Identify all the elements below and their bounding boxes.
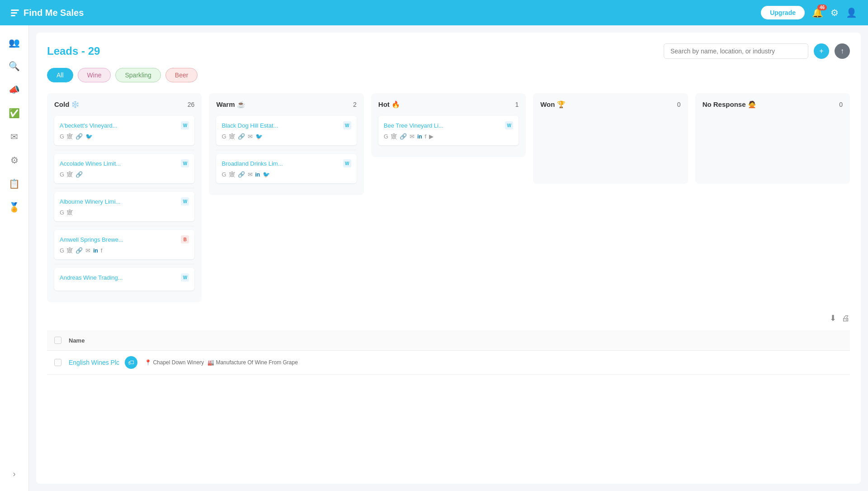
sidebar-item-mail[interactable]: ✉ (5, 127, 24, 147)
google-icon[interactable]: G (60, 247, 64, 254)
sidebar-item-search[interactable]: 🔍 (5, 56, 24, 76)
card-icons: G 🕸 🔗 (60, 171, 189, 178)
link-icon[interactable]: 🔗 (75, 133, 83, 140)
linkedin-icon[interactable]: in (255, 172, 260, 178)
sidebar-item-users[interactable]: 👥 (5, 33, 24, 52)
kanban-header-warm: Warm ☕ 2 (216, 100, 356, 109)
filter-pill-all[interactable]: All (47, 68, 73, 82)
google-icon[interactable]: G (60, 171, 64, 178)
table-header: Name (47, 330, 850, 351)
kanban-card: Accolade Wines Limit... W G 🕸 🔗 (54, 154, 194, 183)
web-icon[interactable]: 🕸 (67, 209, 73, 216)
filter-pill-wine[interactable]: Wine (78, 68, 111, 82)
web-icon[interactable]: 🕸 (67, 171, 73, 178)
profile-button[interactable]: 👤 (846, 7, 857, 18)
print-button[interactable]: 🖨 (842, 313, 850, 323)
kanban-card: Amwell Springs Brewe... B G 🕸 🔗 ✉ in f (54, 230, 194, 259)
email-icon[interactable]: ✉ (410, 133, 415, 140)
notification-button[interactable]: 🔔 46 (812, 7, 823, 18)
row-checkbox[interactable] (54, 359, 61, 366)
add-button[interactable]: + (814, 43, 829, 59)
card-title-row: Broadland Drinks Lim... W (222, 159, 351, 167)
web-icon[interactable]: 🕸 (391, 133, 397, 140)
header-actions: + ↑ (664, 43, 850, 59)
filter-pill-beer[interactable]: Beer (165, 68, 198, 82)
linkedin-icon[interactable]: in (417, 133, 422, 140)
kanban-board: Cold ❄️ 26 A'beckett's Vineyard... W G 🕸… (47, 93, 850, 302)
email-icon[interactable]: ✉ (248, 171, 253, 178)
card-name[interactable]: Amwell Springs Brewe... (60, 236, 178, 243)
kanban-header-hot: Hot 🔥 1 (378, 100, 519, 109)
page-title: Leads - 29 (47, 45, 100, 57)
web-icon[interactable]: 🕸 (67, 247, 73, 254)
card-name[interactable]: Albourne Winery Limi... (60, 198, 178, 205)
download-button[interactable]: ⬇ (830, 313, 836, 323)
facebook-icon[interactable]: f (101, 247, 103, 254)
card-name[interactable]: A'beckett's Vineyard... (60, 122, 178, 129)
twitter-icon[interactable]: 🐦 (85, 133, 93, 140)
kanban-column-won: Won 🏆 0 (533, 93, 688, 184)
upload-button[interactable]: ↑ (835, 43, 850, 59)
upgrade-button[interactable]: Upgrade (761, 6, 805, 19)
google-icon[interactable]: G (60, 133, 64, 140)
app-name: Find Me Sales (24, 8, 84, 18)
card-title-row: Black Dog Hill Estat... W (222, 121, 351, 129)
card-tag: W (181, 159, 189, 167)
kanban-count-cold: 26 (188, 101, 195, 108)
settings-button[interactable]: ⚙ (830, 7, 839, 18)
kanban-column-no-response: No Response 🙅 0 (695, 93, 850, 184)
kanban-column-cold: Cold ❄️ 26 A'beckett's Vineyard... W G 🕸… (47, 93, 202, 302)
navbar: Find Me Sales Upgrade 🔔 46 ⚙ 👤 (0, 0, 868, 25)
navbar-right: Upgrade 🔔 46 ⚙ 👤 (761, 6, 857, 19)
kanban-count-won: 0 (677, 101, 681, 108)
card-tag: B (181, 235, 189, 243)
table-actions: ⬇ 🖨 (47, 313, 850, 323)
sidebar-item-megaphone[interactable]: 📣 (5, 80, 24, 100)
link-icon[interactable]: 🔗 (238, 171, 245, 178)
link-icon[interactable]: 🔗 (400, 133, 407, 140)
kanban-column-hot: Hot 🔥 1 Bee Tree Vineyard Li... W G 🕸 🔗 (371, 93, 526, 157)
twitter-icon[interactable]: 🐦 (255, 133, 263, 140)
card-name[interactable]: Accolade Wines Limit... (60, 160, 178, 167)
kanban-title-no-response: No Response 🙅 (703, 100, 756, 109)
google-icon[interactable]: G (60, 209, 64, 216)
kanban-count-warm: 2 (353, 101, 357, 108)
sidebar-item-checklist[interactable]: ✅ (5, 103, 24, 123)
email-icon[interactable]: ✉ (248, 133, 253, 140)
kanban-card: A'beckett's Vineyard... W G 🕸 🔗 🐦 (54, 116, 194, 145)
google-icon[interactable]: G (384, 133, 388, 140)
web-icon[interactable]: 🕸 (229, 133, 235, 140)
card-name[interactable]: Black Dog Hill Estat... (222, 122, 340, 129)
main-content: Leads - 29 + ↑ All Wine Sparkling Beer (29, 25, 868, 491)
sidebar-item-badge[interactable]: 🏅 (5, 197, 24, 217)
kanban-column-warm: Warm ☕ 2 Black Dog Hill Estat... W G 🕸 🔗 (209, 93, 363, 195)
sidebar-item-dots[interactable]: ⚙ (5, 150, 24, 170)
web-icon[interactable]: 🕸 (229, 171, 235, 178)
card-icons: G 🕸 🔗 ✉ in f (60, 247, 189, 254)
email-icon[interactable]: ✉ (85, 247, 90, 254)
youtube-icon[interactable]: ▶ (429, 133, 434, 140)
link-icon[interactable]: 🔗 (238, 133, 245, 140)
search-input[interactable] (664, 43, 808, 59)
card-name[interactable]: Bee Tree Vineyard Li... (384, 122, 502, 129)
card-icons: G 🕸 🔗 ✉ in 🐦 (222, 171, 351, 178)
sidebar-item-layers[interactable]: 📋 (5, 174, 24, 194)
page-header: Leads - 29 + ↑ (47, 43, 850, 59)
link-icon[interactable]: 🔗 (75, 247, 83, 254)
filter-pill-sparkling[interactable]: Sparkling (115, 68, 160, 82)
kanban-header-won: Won 🏆 0 (540, 100, 680, 109)
link-icon[interactable]: 🔗 (75, 171, 83, 178)
facebook-icon[interactable]: f (425, 133, 427, 140)
web-icon[interactable]: 🕸 (67, 133, 73, 140)
row-meta-parent: 📍 Chapel Down Winery (145, 359, 204, 366)
linkedin-icon[interactable]: in (93, 248, 98, 254)
google-icon[interactable]: G (222, 133, 226, 140)
card-name[interactable]: Broadland Drinks Lim... (222, 160, 340, 167)
row-company-name[interactable]: English Wines Plc (69, 359, 119, 366)
twitter-icon[interactable]: 🐦 (263, 171, 270, 178)
table-row: English Wines Plc 🏷 📍 Chapel Down Winery… (47, 351, 850, 375)
sidebar-expand-button[interactable]: › (5, 464, 24, 484)
google-icon[interactable]: G (222, 171, 226, 178)
select-all-checkbox[interactable] (54, 337, 61, 344)
card-name[interactable]: Andreas Wine Trading... (60, 274, 178, 281)
